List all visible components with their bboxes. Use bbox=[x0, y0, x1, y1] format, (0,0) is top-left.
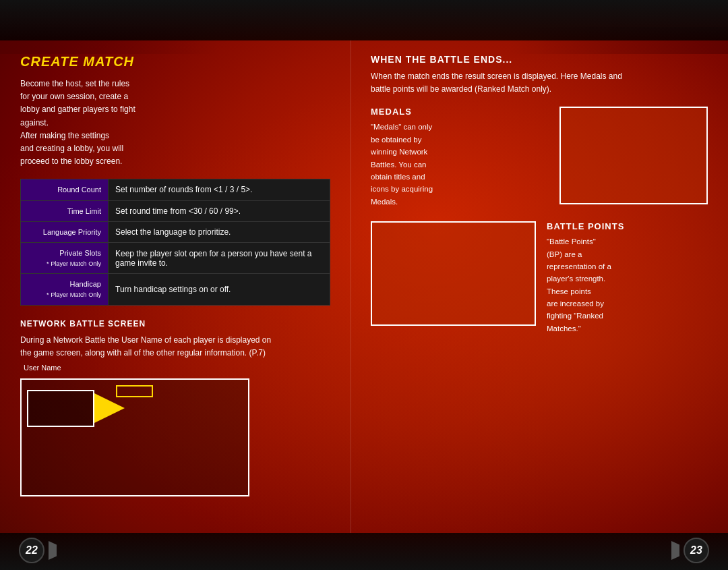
network-diagram-container: User Name bbox=[20, 378, 330, 496]
left-page-blade bbox=[49, 541, 57, 560]
right-panel: WHEN THE BATTLE ENDS... When the match e… bbox=[351, 40, 728, 533]
page-divider bbox=[351, 40, 351, 533]
battle-points-text-block: BATTLE POINTS "Battle Points" (BP) are a… bbox=[547, 221, 708, 335]
table-row: Round Count Set number of rounds from <1… bbox=[21, 179, 330, 200]
right-page-num: 23 bbox=[684, 538, 709, 563]
bottom-bar bbox=[0, 533, 728, 570]
setting-label-handicap: Handicap* Player Match Only bbox=[21, 274, 109, 305]
settings-table: Round Count Set number of rounds from <1… bbox=[20, 179, 330, 305]
medals-text-block: MEDALS "Medals" can only be obtained by … bbox=[371, 107, 549, 208]
username-label: User Name bbox=[24, 364, 61, 372]
create-match-title: CREATE MATCH bbox=[20, 54, 330, 69]
battle-points-text: "Battle Points" (BP) are a representatio… bbox=[547, 235, 708, 335]
setting-label-private-slots: Private Slots* Player Match Only bbox=[21, 243, 109, 274]
left-page-num: 22 bbox=[19, 538, 44, 563]
battle-points-image-placeholder bbox=[371, 221, 536, 326]
setting-desc-handicap: Turn handicap settings on or off. bbox=[109, 274, 330, 305]
page-number-left: 22 bbox=[19, 538, 57, 563]
table-row: Private Slots* Player Match Only Keep th… bbox=[21, 243, 330, 274]
left-panel: CREATE MATCH Become the host, set the ru… bbox=[0, 40, 351, 533]
top-bar bbox=[0, 0, 728, 40]
network-battle-screen-desc: During a Network Battle the User Name of… bbox=[20, 334, 330, 360]
network-battle-screen-title: NETWORK BATTLE SCREEN bbox=[20, 319, 330, 329]
setting-label-language: Language Priority bbox=[21, 221, 109, 242]
table-row: Time Limit Set round time from <30 / 60 … bbox=[21, 200, 330, 221]
battle-points-title: BATTLE POINTS bbox=[547, 221, 708, 231]
table-row: Language Priority Select the language to… bbox=[21, 221, 330, 242]
setting-desc-private-slots: Keep the player slot open for a person y… bbox=[109, 243, 330, 274]
network-screen-diagram bbox=[20, 378, 249, 496]
battle-ends-title: WHEN THE BATTLE ENDS... bbox=[371, 54, 708, 65]
right-page-blade bbox=[671, 541, 679, 560]
setting-desc-round-count: Set number of rounds from <1 / 3 / 5>. bbox=[109, 179, 330, 200]
medals-section: MEDALS "Medals" can only be obtained by … bbox=[371, 107, 708, 208]
medals-title: MEDALS bbox=[371, 107, 549, 117]
setting-label-round-count: Round Count bbox=[21, 179, 109, 200]
setting-desc-language: Select the language to prioritize. bbox=[109, 221, 330, 242]
medals-image-placeholder bbox=[559, 107, 708, 204]
yellow-arrow-indicator bbox=[94, 393, 125, 423]
username-box bbox=[27, 390, 94, 427]
setting-desc-time-limit: Set round time from <30 / 60 / 99>. bbox=[109, 200, 330, 221]
table-row: Handicap* Player Match Only Turn handica… bbox=[21, 274, 330, 305]
battle-ends-intro: When the match ends the result screen is… bbox=[371, 70, 708, 96]
setting-label-time-limit: Time Limit bbox=[21, 200, 109, 221]
content-area: CREATE MATCH Become the host, set the ru… bbox=[0, 40, 728, 533]
battle-points-section: BATTLE POINTS "Battle Points" (BP) are a… bbox=[371, 221, 708, 335]
medals-text: "Medals" can only be obtained by winning… bbox=[371, 121, 549, 208]
create-match-intro: Become the host, set the rules for your … bbox=[20, 78, 330, 168]
page-number-right: 23 bbox=[671, 538, 709, 563]
